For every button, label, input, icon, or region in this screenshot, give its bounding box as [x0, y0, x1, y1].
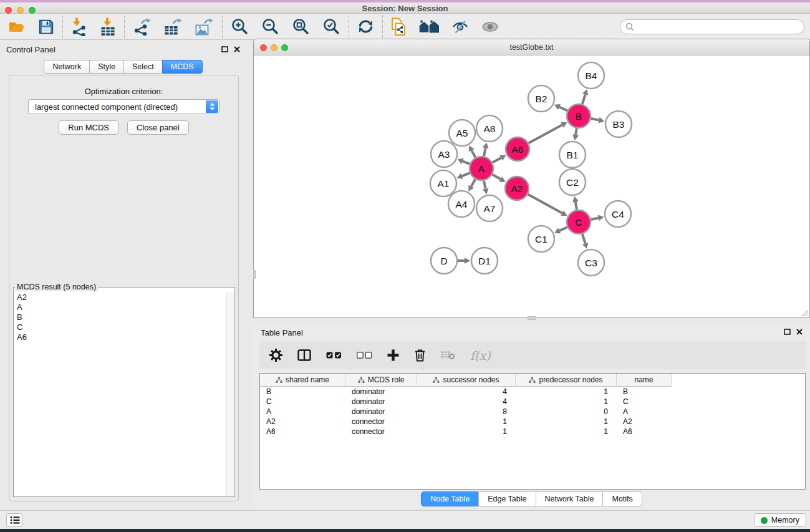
deselect-all-checkbox-icon[interactable] [357, 352, 372, 359]
table-row[interactable]: A6connector11A6 [260, 427, 805, 437]
zoom-in-icon[interactable] [231, 17, 249, 36]
network-canvas[interactable]: AA1A2A3A4A5A6A7A8BB1B2B3B4CC1C2C3C4DD1 [254, 56, 809, 317]
graph-edge-A-A4[interactable] [471, 179, 476, 186]
select-all-checkbox-icon[interactable] [326, 352, 342, 359]
show-graphics-details-icon[interactable] [481, 21, 499, 33]
table-cell[interactable]: 0 [516, 407, 617, 417]
table-cell[interactable]: dominator [345, 397, 417, 407]
zoom-selected-icon[interactable] [322, 17, 340, 36]
graph-edge-A-A2[interactable] [492, 175, 500, 180]
network-window-titlebar[interactable]: testGlobe.txt [254, 39, 809, 56]
graph-edge-B-B1[interactable] [576, 128, 577, 135]
graph-edge-A-A8[interactable] [484, 148, 486, 156]
table-cell[interactable]: C [260, 397, 345, 407]
delete-column-icon[interactable] [414, 349, 426, 362]
mcds-result-item[interactable]: C [14, 322, 226, 332]
column-header-name[interactable]: name [617, 374, 672, 387]
table-cell[interactable]: A [260, 407, 345, 417]
table-cell[interactable]: 1 [516, 387, 617, 397]
tab-mcds[interactable]: MCDS [162, 60, 203, 74]
export-image-icon[interactable] [195, 18, 214, 36]
table-cell[interactable]: 4 [417, 397, 516, 407]
table-cell[interactable]: A6 [260, 427, 345, 437]
table-cell[interactable]: 1 [417, 427, 516, 437]
table-cell[interactable]: connector [345, 417, 417, 427]
graph-edge-C-C2[interactable] [576, 202, 577, 210]
mcds-result-item[interactable]: A2 [14, 293, 226, 302]
graph-edge-A-A6[interactable] [493, 158, 501, 162]
table-cell[interactable]: C [617, 397, 672, 407]
table-row[interactable]: Bdominator41B [260, 387, 805, 397]
function-builder-icon[interactable]: f(x) [470, 349, 491, 362]
run-mcds-button[interactable]: Run MCDS [59, 120, 118, 135]
column-view-icon[interactable] [297, 349, 311, 361]
search-box[interactable] [620, 19, 804, 34]
clone-network-icon[interactable] [391, 17, 407, 36]
delete-table-icon[interactable] [441, 351, 455, 360]
table-cell[interactable]: B [260, 387, 345, 397]
graph-edge-A-A1[interactable] [462, 173, 470, 176]
graph-edge-A6-B[interactable] [529, 125, 562, 143]
table-row[interactable]: A2connector11A2 [260, 417, 805, 427]
open-session-icon[interactable] [8, 19, 26, 34]
tab-network-table[interactable]: Network Table [536, 491, 604, 506]
search-input[interactable] [637, 21, 804, 32]
graph-edge-B-B4[interactable] [582, 95, 586, 104]
close-panel-button[interactable]: Close panel [127, 120, 189, 135]
zoom-fit-icon[interactable] [292, 17, 310, 36]
graph-edge-A-A7[interactable] [484, 181, 486, 189]
tab-node-table[interactable]: Node Table [421, 491, 479, 506]
mcds-result-item[interactable]: A6 [14, 332, 226, 342]
table-cell[interactable]: 1 [516, 397, 617, 407]
tab-style[interactable]: Style [89, 60, 124, 74]
hide-graphics-details-icon[interactable] [451, 19, 469, 34]
horizontal-scrollbar-handle[interactable] [528, 316, 536, 320]
export-table-icon[interactable] [164, 18, 183, 36]
vertical-scrollbar-handle[interactable] [253, 270, 256, 279]
zoom-out-icon[interactable] [261, 17, 279, 36]
table-cell[interactable]: 8 [417, 407, 516, 417]
table-cell[interactable]: connector [345, 427, 417, 437]
criterion-dropdown[interactable]: largest connected component (directed) [28, 99, 219, 114]
column-header-MCDS-role[interactable]: MCDS role [345, 374, 417, 387]
graph-edge-A-A3[interactable] [463, 161, 470, 163]
tab-motifs[interactable]: Motifs [602, 491, 642, 506]
close-table-panel-icon[interactable] [796, 329, 803, 335]
resize-grip[interactable] [800, 308, 809, 317]
network-graph[interactable]: AA1A2A3A4A5A6A7A8BB1B2B3B4CC1C2C3C4DD1 [254, 56, 809, 317]
table-row[interactable]: Adominator80A [260, 407, 805, 417]
graph-edge-C-C1[interactable] [559, 227, 567, 231]
table-cell[interactable]: 1 [516, 427, 617, 437]
column-header-shared-name[interactable]: shared name [260, 374, 345, 387]
table-cell[interactable]: A2 [617, 417, 672, 427]
graph-edge-A2-C[interactable] [528, 195, 562, 213]
column-header-predecessor-nodes[interactable]: predecessor nodes [516, 374, 617, 387]
add-column-icon[interactable] [387, 349, 399, 361]
table-row[interactable]: Cdominator41C [260, 397, 805, 407]
mcds-result-item[interactable]: A [14, 302, 226, 312]
close-panel-icon[interactable] [234, 46, 240, 52]
table-cell[interactable]: dominator [345, 387, 417, 397]
import-network-icon[interactable] [71, 17, 87, 36]
list-scrollbar[interactable] [226, 293, 234, 496]
table-cell[interactable]: A6 [617, 427, 672, 437]
column-header-successor-nodes[interactable]: successor nodes [417, 374, 516, 387]
table-cell[interactable]: dominator [345, 407, 417, 417]
import-table-icon[interactable] [100, 17, 116, 36]
graph-edge-B-B3[interactable] [591, 118, 599, 120]
refresh-view-icon[interactable] [357, 18, 374, 35]
home-icon[interactable] [419, 19, 439, 34]
tab-network[interactable]: Network [44, 60, 90, 74]
tab-select[interactable]: Select [123, 60, 163, 74]
graph-edge-B-B2[interactable] [559, 107, 567, 111]
task-history-button[interactable] [6, 513, 23, 527]
graph-edge-A-A5[interactable] [471, 150, 475, 157]
graph-edge-C-C4[interactable] [591, 218, 599, 219]
save-session-icon[interactable] [38, 19, 54, 35]
float-panel-icon[interactable] [221, 46, 228, 52]
memory-button[interactable]: Memory [754, 513, 806, 527]
table-cell[interactable]: A [617, 407, 672, 417]
graph-edge-C-C3[interactable] [582, 234, 586, 243]
tab-edge-table[interactable]: Edge Table [478, 491, 536, 506]
table-cell[interactable]: A2 [260, 417, 345, 427]
